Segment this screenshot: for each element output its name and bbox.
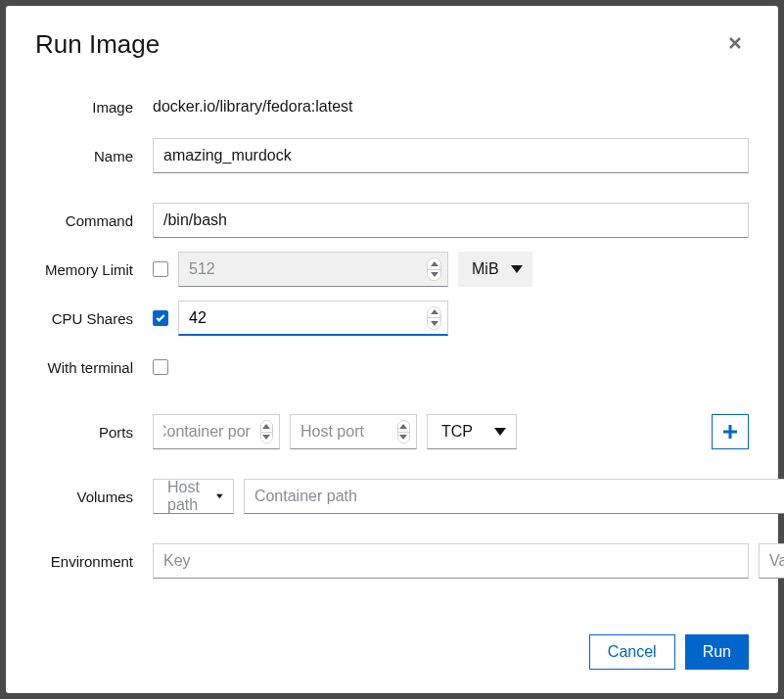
container-port-spinner	[260, 420, 273, 443]
container-path-input[interactable]	[244, 479, 784, 514]
chevron-down-icon	[431, 321, 438, 326]
chevron-up-icon	[431, 309, 438, 314]
run-button[interactable]: Run	[685, 634, 749, 670]
close-icon	[725, 33, 745, 53]
row-command: Command	[35, 203, 749, 238]
chevron-down-icon	[262, 435, 270, 440]
container-port-down[interactable]	[261, 433, 272, 443]
caret-down-icon	[511, 265, 523, 273]
label-memory-limit: Memory Limit	[35, 261, 153, 278]
memory-limit-input	[179, 253, 427, 286]
name-input[interactable]	[153, 138, 749, 173]
container-port-wrap	[153, 414, 280, 449]
check-icon	[155, 312, 166, 324]
row-ports: Ports TCP	[35, 414, 749, 449]
container-port-input[interactable]	[154, 415, 260, 448]
row-image: Image docker.io/library/fedora:latest	[35, 89, 749, 124]
label-command: Command	[35, 212, 153, 229]
chevron-up-icon	[399, 424, 407, 429]
cpu-shares-input-wrap	[178, 301, 448, 336]
memory-step-down[interactable]	[428, 270, 440, 281]
label-name: Name	[35, 148, 153, 164]
host-path-label: Host path	[167, 479, 205, 514]
svg-rect-1	[723, 431, 737, 434]
host-port-wrap	[290, 414, 417, 449]
chevron-down-icon	[399, 435, 407, 440]
cpu-shares-input[interactable]	[179, 302, 427, 334]
label-cpu-shares: CPU Shares	[35, 310, 153, 327]
memory-unit-label: MiB	[472, 260, 499, 278]
run-image-modal: Run Image Image docker.io/library/fedora…	[6, 6, 778, 693]
host-port-up[interactable]	[398, 421, 409, 433]
row-environment: Environment	[35, 543, 749, 579]
row-name: Name	[35, 138, 749, 173]
add-port-button[interactable]	[712, 414, 749, 449]
modal-title: Run Image	[35, 29, 160, 60]
label-image: Image	[35, 99, 153, 116]
modal-footer: Cancel Run	[35, 615, 749, 670]
close-button[interactable]	[721, 29, 749, 60]
env-key-input[interactable]	[153, 543, 749, 579]
modal-header: Run Image	[35, 29, 749, 60]
image-value: docker.io/library/fedora:latest	[153, 98, 353, 116]
memory-spinner	[427, 257, 441, 281]
memory-limit-input-wrap	[178, 252, 448, 287]
chevron-up-icon	[262, 424, 270, 429]
with-terminal-checkbox[interactable]	[153, 359, 168, 375]
port-protocol-label: TCP	[441, 423, 473, 441]
container-port-up[interactable]	[261, 421, 272, 433]
plus-icon	[723, 425, 737, 439]
env-value-input[interactable]	[759, 543, 784, 579]
row-cpu-shares: CPU Shares	[35, 301, 749, 336]
caret-down-icon	[494, 428, 506, 436]
cpu-step-up[interactable]	[428, 307, 440, 319]
command-input[interactable]	[153, 203, 749, 238]
host-port-down[interactable]	[398, 433, 409, 443]
host-port-spinner	[397, 420, 410, 443]
host-port-input[interactable]	[291, 415, 397, 448]
chevron-down-icon	[431, 272, 438, 277]
label-environment: Environment	[35, 553, 153, 570]
memory-limit-checkbox[interactable]	[153, 261, 168, 277]
port-protocol-select[interactable]: TCP	[427, 414, 517, 449]
label-with-terminal: With terminal	[35, 359, 153, 376]
host-path-select[interactable]: Host path	[153, 479, 234, 514]
row-memory-limit: Memory Limit MiB	[35, 252, 749, 287]
label-volumes: Volumes	[35, 489, 153, 505]
cpu-shares-checkbox[interactable]	[153, 310, 168, 326]
cancel-button[interactable]: Cancel	[589, 634, 675, 670]
caret-down-icon	[216, 492, 223, 500]
row-volumes: Volumes Host path ReadWrite	[35, 479, 749, 514]
memory-unit-select[interactable]: MiB	[458, 252, 532, 287]
cpu-spinner	[427, 306, 441, 330]
memory-step-up[interactable]	[428, 258, 440, 270]
label-ports: Ports	[35, 424, 153, 441]
chevron-up-icon	[431, 261, 438, 266]
row-with-terminal: With terminal	[35, 350, 749, 385]
cpu-step-down[interactable]	[428, 318, 440, 329]
